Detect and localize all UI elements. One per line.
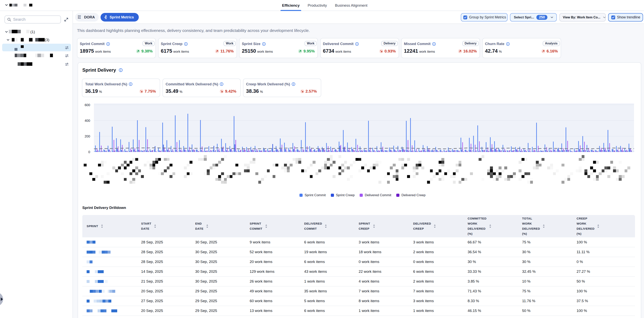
svg-text:400: 400 [85,119,90,123]
svg-text:0: 0 [88,150,90,154]
svg-text:600: 600 [85,103,90,107]
svg-text:200: 200 [85,135,90,138]
